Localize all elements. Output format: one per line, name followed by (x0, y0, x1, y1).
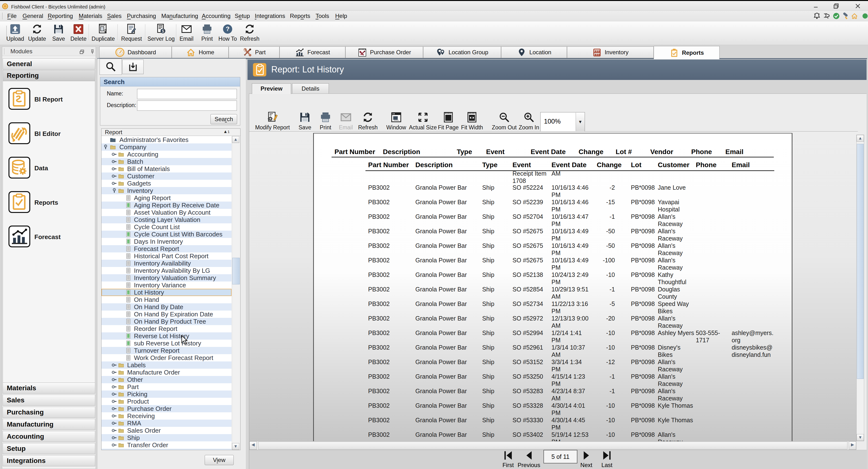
last-page-button[interactable]: Last (600, 449, 613, 469)
expand-handle-icon[interactable] (111, 384, 118, 390)
tree-item-rma[interactable]: RMA (101, 419, 231, 427)
tree-item-administrator-s-favorites[interactable]: Administrator's Favorites (101, 136, 231, 144)
pin-icon[interactable] (89, 49, 95, 56)
tree-item-reorder-report[interactable]: Reorder Report (101, 325, 231, 332)
report-zoom-out-button[interactable]: Zoom Out (492, 111, 517, 131)
menu-file[interactable]: File (4, 11, 20, 21)
menu-materials[interactable]: Materials (76, 11, 105, 21)
tree-item-inventory-availability[interactable]: Inventory Availability (101, 260, 231, 267)
megaphone-icon[interactable] (823, 12, 831, 20)
email-button[interactable]: Email (180, 23, 193, 42)
menu-accounting[interactable]: Accounting (199, 11, 234, 21)
tree-item-labels[interactable]: Labels (101, 362, 231, 369)
module-item-reports[interactable]: Reports (3, 186, 95, 221)
sidebar-section-materials[interactable]: Materials (3, 382, 95, 394)
tree-item-batch[interactable]: Batch (101, 158, 231, 165)
tree-vertical-scrollbar[interactable]: ▲ ▼ (232, 136, 240, 450)
report-tab-details[interactable]: Details (292, 83, 329, 94)
tree-item-customer[interactable]: Customer (101, 173, 231, 180)
bell-icon[interactable] (813, 12, 821, 20)
name-input[interactable] (137, 89, 237, 99)
report-modify-report-button[interactable]: Modify Report (255, 111, 290, 131)
menu-help[interactable]: Help (332, 11, 350, 21)
menu-reports[interactable]: Reports (287, 11, 313, 21)
scroll-right-icon[interactable]: ▶ (849, 441, 856, 449)
sidebar-section-reporting[interactable]: Reporting (3, 70, 95, 81)
menu-manufacturing[interactable]: Manufacturing (158, 11, 201, 21)
tree-item-aging-report[interactable]: Aging Report (101, 194, 231, 201)
module-item-bi-editor[interactable]: BI Editor (3, 118, 95, 152)
report-window-button[interactable]: Window (386, 111, 406, 131)
expand-handle-icon[interactable] (111, 180, 118, 187)
module-tab-purchase-order[interactable]: Purchase Order (345, 46, 423, 58)
module-item-forecast[interactable]: Forecast (3, 221, 95, 255)
duplicate-button[interactable]: Duplicate (92, 23, 115, 42)
report-tab-preview[interactable]: Preview (252, 83, 291, 94)
search-button[interactable]: Search (211, 114, 237, 124)
home-icon[interactable] (850, 12, 858, 20)
tree-item-reverse-lot-history[interactable]: Reverse Lot History (101, 332, 231, 340)
tree-item-on-hand-by-expiration-date[interactable]: On Hand By Expiration Date (101, 311, 231, 318)
sidebar-section-sales[interactable]: Sales (3, 395, 95, 406)
minimize-button[interactable] (812, 3, 820, 9)
tree-item-picking[interactable]: Picking (101, 390, 231, 398)
tree-item-aging-report-by-receive-date[interactable]: Aging Report By Receive Date (101, 201, 231, 209)
scroll-down-icon[interactable]: ▼ (857, 434, 864, 441)
expand-handle-icon[interactable] (111, 151, 118, 157)
menu-tools[interactable]: Tools (313, 11, 332, 21)
scroll-down-icon[interactable]: ▼ (232, 443, 239, 450)
scroll-up-icon[interactable]: ▲ (232, 136, 239, 143)
sidebar-section-setup[interactable]: Setup (3, 443, 95, 454)
restore-button[interactable] (833, 3, 840, 9)
menu-setup[interactable]: Setup (232, 11, 253, 21)
sidebar-section-general[interactable]: General (3, 58, 95, 69)
tree-item-inventory-valuation-summary[interactable]: Inventory Valuation Summary (101, 274, 231, 281)
vertical-scroll-thumb[interactable] (857, 144, 864, 379)
menu-general[interactable]: General (20, 11, 46, 21)
tree-item-transfer-order[interactable]: Transfer Order (101, 441, 231, 449)
tree-item-inventory-availability-by-lg[interactable]: Inventory Availability By LG (101, 267, 231, 274)
tree-item-costing-layer-valuation[interactable]: Costing Layer Valuation (101, 216, 231, 223)
expand-handle-icon[interactable] (111, 420, 118, 426)
module-tab-part[interactable]: Part (228, 46, 279, 58)
float-icon[interactable] (79, 49, 85, 56)
sidebar-section-accounting[interactable]: Accounting (3, 431, 95, 442)
update-button[interactable]: Update (28, 23, 46, 42)
tree-item-manufacture-order[interactable]: Manufacture Order (101, 369, 231, 376)
tree-item-on-hand-by-product-tree[interactable]: On Hand By Product Tree (101, 318, 231, 325)
tree-item-work-order-forecast-report[interactable]: Work Order Forecast Report (101, 354, 231, 362)
status-dot-icon[interactable] (861, 12, 868, 20)
request-button[interactable]: Request (121, 23, 142, 42)
menu-integrations[interactable]: Integrations (252, 11, 288, 21)
print-button[interactable]: Print (201, 23, 213, 42)
tree-item-sales-order[interactable]: Sales Order (101, 427, 231, 434)
sidebar-section-manufacturing[interactable]: Manufacturing (3, 419, 95, 430)
view-button[interactable]: View (205, 455, 234, 465)
expand-handle-icon[interactable] (111, 413, 118, 419)
menu-sales[interactable]: Sales (104, 11, 124, 21)
scroll-up-icon[interactable]: ▲ (857, 135, 864, 142)
tree-item-historical-part-cost-report[interactable]: Historical Part Cost Report (101, 252, 231, 260)
module-tab-home[interactable]: Home (172, 46, 228, 58)
module-tab-forecast[interactable]: Forecast (279, 46, 345, 58)
expand-handle-icon[interactable] (111, 369, 118, 375)
menu-reporting[interactable]: Reporting (45, 11, 76, 21)
module-tab-location[interactable]: Location (501, 46, 567, 58)
tree-item-forecast-report[interactable]: Forecast Report (101, 245, 231, 252)
report-fit-width-button[interactable]: Fit Width (461, 111, 483, 131)
module-tab-reports[interactable]: Reports (654, 46, 719, 59)
expand-handle-icon[interactable] (111, 362, 118, 368)
sidebar-section-integrations[interactable]: Integrations (3, 455, 95, 466)
tree-item-other[interactable]: Other (101, 376, 231, 383)
upload-button[interactable]: Upload (6, 23, 24, 42)
expand-handle-icon[interactable] (111, 398, 118, 405)
tree-item-ship[interactable]: Ship (101, 434, 231, 441)
expand-handle-icon[interactable] (111, 435, 118, 441)
module-item-data[interactable]: Data (3, 152, 95, 186)
tree-item-inventory[interactable]: Inventory (101, 187, 231, 194)
delete-button[interactable]: Delete (70, 23, 87, 42)
tree-item-inventory-variance[interactable]: Inventory Variance (101, 281, 231, 289)
tree-item-days-in-inventory[interactable]: Days In Inventory (101, 238, 231, 245)
tree-item-gadgets[interactable]: Gadgets (101, 180, 231, 187)
tree-item-lot-history[interactable]: Lot History (101, 289, 231, 296)
